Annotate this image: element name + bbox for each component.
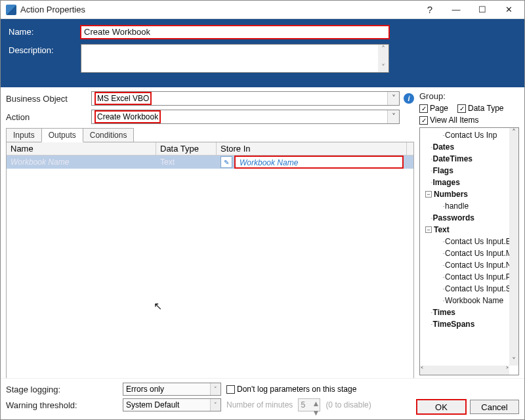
cell-store-in[interactable]: ✎ Workbook Name bbox=[217, 156, 407, 168]
tab-inputs[interactable]: Inputs bbox=[6, 128, 42, 142]
store-in-value[interactable]: Workbook Name bbox=[235, 156, 403, 168]
num-minutes-spinner: 5 ▲▼ bbox=[298, 398, 320, 411]
tree-flags[interactable]: Flags bbox=[433, 166, 453, 175]
maximize-button[interactable] bbox=[469, 3, 495, 17]
mouse-cursor-icon: ↖ bbox=[154, 300, 162, 312]
outputs-panel: Name Data Type Store In Workbook Name Te… bbox=[6, 142, 414, 383]
action-combo[interactable]: Create Workbook ˅ bbox=[91, 110, 400, 124]
tab-conditions[interactable]: Conditions bbox=[83, 128, 135, 142]
warning-threshold-combo[interactable]: System Default˅ bbox=[123, 398, 221, 411]
data-items-tree[interactable]: ····Contact Us Inp ···Dates ···DateTimes… bbox=[419, 127, 519, 375]
minimize-button[interactable] bbox=[443, 3, 469, 17]
pencil-icon: ✎ bbox=[224, 159, 229, 166]
description-scrollbar[interactable]: ˄˅ bbox=[378, 45, 388, 72]
cancel-button[interactable]: Cancel bbox=[470, 400, 519, 414]
tree-text[interactable]: Text bbox=[434, 225, 450, 234]
col-name[interactable]: Name bbox=[7, 142, 156, 155]
action-label: Action bbox=[6, 112, 91, 122]
tree-passwords[interactable]: Passwords bbox=[433, 213, 474, 222]
col-store-in[interactable]: Store In bbox=[217, 142, 407, 155]
edit-store-in-button[interactable]: ✎ bbox=[220, 156, 232, 168]
header-band: Name: Create Workbook Description: ˄˅ bbox=[1, 19, 524, 87]
tab-outputs[interactable]: Outputs bbox=[41, 128, 83, 142]
tree-item[interactable]: Contact Us Input.M bbox=[445, 249, 509, 258]
chevron-down-icon: ˅ bbox=[387, 110, 399, 123]
ok-button[interactable]: OK bbox=[417, 400, 466, 414]
tree-item[interactable]: Contact Us Input.P bbox=[445, 272, 509, 282]
stage-logging-combo[interactable]: Errors only˅ bbox=[123, 383, 221, 396]
business-object-label: Business Object bbox=[6, 94, 91, 104]
tab-strip: Inputs Outputs Conditions bbox=[6, 128, 414, 142]
business-object-combo[interactable]: MS Excel VBO ˅ bbox=[91, 91, 400, 106]
to-disable-label: (0 to disable) bbox=[326, 400, 371, 410]
tree-item[interactable]: Contact Us Input.E bbox=[445, 237, 509, 246]
tree-dates[interactable]: Dates bbox=[433, 142, 455, 152]
tree-item[interactable]: Contact Us Input.N bbox=[445, 261, 509, 270]
tree-item[interactable]: Contact Us Input.S bbox=[445, 284, 509, 293]
close-button[interactable] bbox=[495, 3, 522, 17]
tree-v-scrollbar[interactable]: ˄˅ bbox=[509, 128, 518, 366]
checkbox-view-all[interactable]: ✓View All Items bbox=[419, 116, 519, 125]
name-input[interactable]: Create Workbook bbox=[81, 26, 389, 39]
info-icon[interactable]: i bbox=[404, 93, 414, 104]
description-label: Description: bbox=[9, 44, 81, 55]
chevron-down-icon: ˅ bbox=[210, 383, 220, 395]
chevron-down-icon: ˅ bbox=[387, 92, 399, 105]
app-icon bbox=[6, 5, 16, 15]
num-minutes-label: Number of minutes bbox=[226, 400, 293, 410]
collapse-icon[interactable]: − bbox=[425, 191, 432, 198]
title-bar: Action Properties ? bbox=[1, 1, 524, 19]
warning-threshold-label: Warning threshold: bbox=[6, 400, 117, 410]
col-data-type[interactable]: Data Type bbox=[156, 142, 217, 155]
tree-numbers[interactable]: Numbers bbox=[434, 190, 468, 199]
tree-root[interactable]: Contact Us Inp bbox=[445, 131, 497, 140]
description-input[interactable]: ˄˅ bbox=[81, 44, 389, 73]
footer-bar: Stage logging: Errors only˅ Don't log pa… bbox=[1, 378, 524, 419]
checkbox-page[interactable]: ✓Page bbox=[419, 104, 448, 113]
tree-handle[interactable]: handle bbox=[445, 201, 469, 211]
stage-logging-label: Stage logging: bbox=[6, 385, 117, 394]
chevron-down-icon: ˅ bbox=[210, 399, 220, 411]
tree-timespans[interactable]: TimeSpans bbox=[433, 320, 475, 329]
grid-body[interactable]: Workbook Name Text ✎ Workbook Name ↖ bbox=[7, 156, 413, 383]
grid-row[interactable]: Workbook Name Text ✎ Workbook Name bbox=[7, 156, 413, 169]
tree-images[interactable]: Images bbox=[433, 178, 460, 187]
collapse-icon[interactable]: − bbox=[425, 226, 432, 233]
name-label: Name: bbox=[9, 26, 81, 37]
cell-data-type: Text bbox=[156, 158, 217, 167]
checkbox-dont-log[interactable]: Don't log parameters on this stage bbox=[226, 385, 356, 394]
window-title: Action Properties bbox=[20, 5, 417, 14]
tree-times[interactable]: Times bbox=[433, 308, 455, 317]
tree-item[interactable]: Workbook Name bbox=[445, 296, 503, 305]
tree-h-scrollbar[interactable]: ˂˃ bbox=[420, 366, 509, 375]
checkbox-data-type[interactable]: ✓Data Type bbox=[457, 104, 503, 113]
group-label: Group: bbox=[419, 91, 519, 101]
cell-name: Workbook Name bbox=[7, 158, 156, 167]
tree-datetimes[interactable]: DateTimes bbox=[433, 154, 472, 163]
grid-header: Name Data Type Store In bbox=[7, 142, 413, 156]
help-icon[interactable]: ? bbox=[417, 4, 443, 15]
